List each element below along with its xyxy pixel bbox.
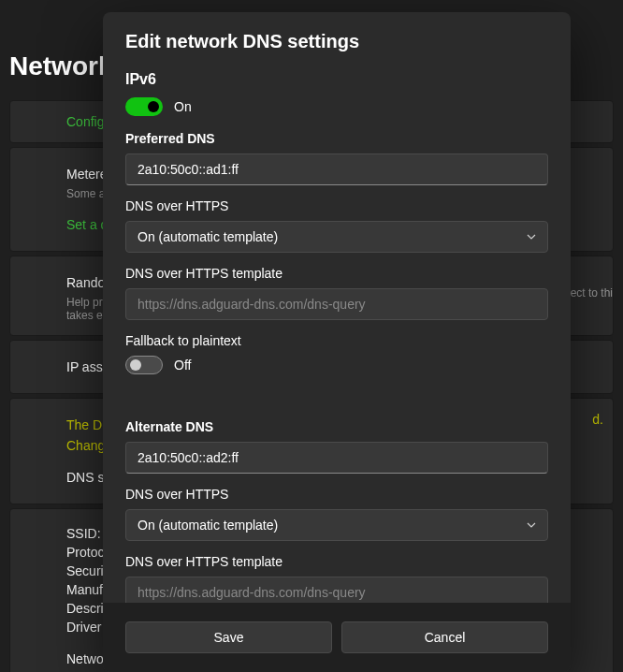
ipv6-heading: IPv6 — [125, 71, 548, 88]
modal-footer: Save Cancel — [103, 603, 571, 672]
modal-title: Edit network DNS settings — [125, 31, 548, 52]
ipv6-toggle[interactable] — [125, 97, 163, 116]
preferred-template-label: DNS over HTTPS template — [125, 266, 548, 281]
cancel-button[interactable]: Cancel — [341, 621, 548, 653]
alternate-doh-label: DNS over HTTPS — [125, 487, 548, 502]
alternate-doh-select[interactable]: On (automatic template) — [125, 509, 548, 541]
chevron-down-icon — [527, 520, 536, 530]
dns-warn-right: d. — [592, 412, 603, 427]
alternate-dns-input[interactable] — [125, 442, 548, 474]
save-button[interactable]: Save — [125, 621, 332, 653]
dns-settings-modal: Edit network DNS settings IPv6 On Prefer… — [103, 12, 571, 672]
fallback-toggle-state: Off — [174, 358, 191, 373]
ipv6-toggle-state: On — [174, 99, 192, 114]
preferred-dns-input[interactable] — [125, 153, 548, 185]
preferred-doh-select[interactable]: On (automatic template) — [125, 221, 548, 253]
alternate-dns-label: Alternate DNS — [125, 419, 548, 434]
alternate-template-input — [125, 577, 548, 603]
configure-link[interactable]: Config — [66, 114, 104, 129]
preferred-doh-label: DNS over HTTPS — [125, 198, 548, 213]
modal-body[interactable]: Edit network DNS settings IPv6 On Prefer… — [103, 12, 571, 603]
fallback-toggle[interactable] — [125, 356, 163, 374]
alternate-doh-value: On (automatic template) — [138, 518, 278, 533]
set-data-limit-link[interactable]: Set a d — [66, 217, 108, 232]
preferred-template-input — [125, 288, 548, 320]
fallback-label: Fallback to plaintext — [125, 333, 548, 348]
preferred-doh-value: On (automatic template) — [138, 229, 278, 244]
alternate-template-label: DNS over HTTPS template — [125, 554, 548, 569]
chevron-down-icon — [527, 232, 536, 241]
fallback-toggle-row: Off — [125, 356, 548, 374]
preferred-dns-label: Preferred DNS — [125, 131, 548, 146]
ipv6-toggle-row: On — [125, 97, 548, 116]
